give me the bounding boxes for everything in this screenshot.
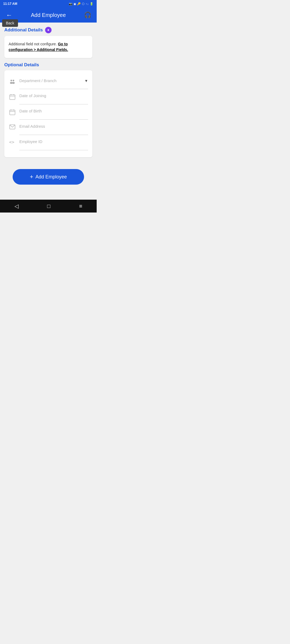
back-arrow-icon: ←	[6, 11, 12, 19]
headset-icon: 🎧	[84, 12, 91, 19]
email-underline	[19, 135, 88, 135]
email-field[interactable]: Email Address	[9, 121, 88, 137]
add-employee-button[interactable]: + Add Employee	[13, 169, 84, 185]
status-icons: 📷 ▣ 🔑 ⬡ ↑↓ 🔋	[69, 2, 93, 6]
key-icon: 🔑	[77, 2, 81, 6]
additional-details-title: Additional Details	[4, 27, 43, 33]
employee-id-underline	[19, 150, 88, 150]
additional-details-card: Additional field not configure. Go to co…	[4, 36, 92, 58]
nav-bar: ◁ □ ≡	[0, 200, 97, 213]
department-placeholder: Department / Branch	[19, 78, 56, 83]
optional-details-title: Optional Details	[4, 62, 39, 68]
add-employee-button-wrapper: + Add Employee	[4, 162, 92, 195]
sparkle-icon: ✦	[45, 27, 52, 33]
birth-date-field[interactable]: Date of Birth	[9, 106, 88, 121]
email-icon	[9, 125, 16, 131]
svg-point-3	[12, 82, 15, 84]
birth-placeholder: Date of Birth	[19, 109, 42, 113]
plus-icon: +	[30, 173, 33, 180]
svg-point-0	[10, 80, 12, 81]
add-employee-label: Add Employee	[35, 174, 67, 180]
signal-icon: ↑↓	[86, 2, 89, 5]
optional-details-card: Department / Branch ▼ Da	[4, 70, 92, 157]
camera-icon: 📷	[69, 2, 73, 6]
headset-button[interactable]: 🎧	[83, 10, 92, 20]
screen-record-icon: ▣	[74, 2, 76, 5]
department-underline	[19, 89, 88, 89]
employee-id-field[interactable]: <> Employee ID	[9, 137, 88, 152]
department-icon	[9, 79, 16, 86]
battery-icon: 🔋	[90, 2, 93, 6]
nav-back-icon[interactable]: ◁	[15, 203, 19, 209]
svg-rect-8	[10, 110, 15, 115]
page-title: Add Employee	[14, 12, 83, 18]
birth-date-icon	[9, 109, 16, 116]
department-field[interactable]: Department / Branch ▼	[9, 76, 88, 91]
additional-details-message: Additional field not configure. Go to co…	[9, 41, 88, 53]
svg-point-1	[13, 80, 14, 81]
joining-date-field[interactable]: Date of Joining	[9, 91, 88, 106]
bluetooth-icon: ⬡	[82, 2, 85, 6]
dropdown-arrow-icon: ▼	[84, 79, 88, 83]
joining-date-icon	[9, 94, 16, 101]
back-button[interactable]: ←	[4, 10, 14, 20]
email-placeholder: Email Address	[19, 124, 45, 129]
nav-home-icon[interactable]: □	[47, 203, 50, 209]
joining-placeholder: Date of Joining	[19, 93, 46, 98]
svg-text:<>: <>	[9, 140, 14, 145]
status-time: 11:17 AM	[3, 2, 17, 6]
main-content: Additional Details ✦ Additional field no…	[0, 23, 97, 200]
employee-id-icon: <>	[9, 140, 16, 146]
employee-id-placeholder: Employee ID	[19, 139, 42, 144]
additional-details-header: Additional Details ✦	[4, 27, 92, 33]
birth-underline	[19, 119, 88, 120]
back-tooltip: Back	[2, 19, 18, 27]
svg-rect-4	[10, 95, 15, 100]
nav-menu-icon[interactable]: ≡	[79, 203, 82, 209]
joining-underline	[19, 104, 88, 104]
optional-details-header: Optional Details	[4, 62, 92, 68]
status-bar: 11:17 AM 📷 ▣ 🔑 ⬡ ↑↓ 🔋	[0, 0, 97, 8]
